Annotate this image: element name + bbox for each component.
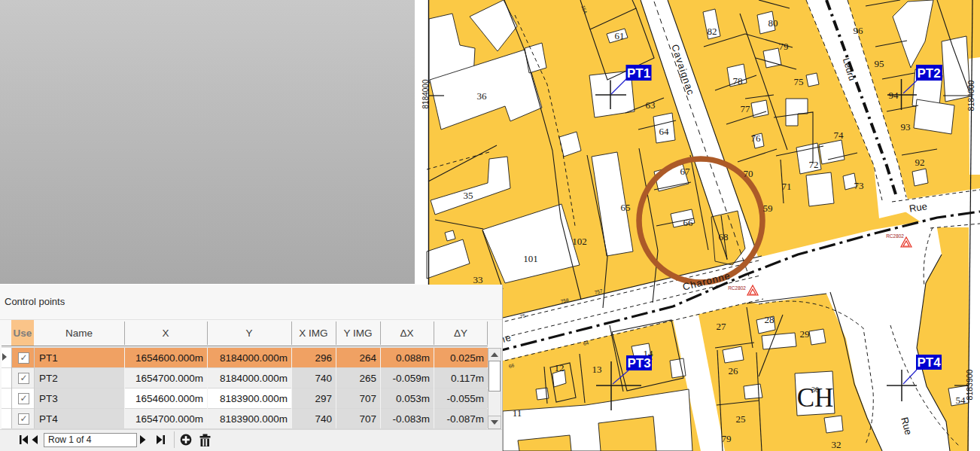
svg-text:102: 102 — [572, 236, 587, 247]
svg-text:63: 63 — [646, 99, 656, 111]
svg-text:66: 66 — [683, 217, 694, 228]
svg-text:11: 11 — [513, 407, 522, 419]
svg-text:59: 59 — [763, 203, 773, 214]
svg-text:33: 33 — [473, 274, 483, 285]
svg-text:PT2: PT2 — [917, 66, 940, 81]
svg-text:75: 75 — [794, 76, 804, 87]
svg-text:CH: CH — [797, 383, 834, 413]
svg-text:95: 95 — [875, 58, 884, 69]
svg-text:80: 80 — [768, 17, 778, 29]
svg-text:25: 25 — [736, 413, 746, 425]
svg-text:68: 68 — [719, 231, 729, 242]
svg-text:70: 70 — [744, 168, 753, 179]
svg-text:8183900: 8183900 — [965, 369, 974, 400]
svg-text:61: 61 — [615, 30, 625, 41]
svg-text:73: 73 — [854, 180, 864, 191]
svg-text:77: 77 — [741, 103, 751, 114]
svg-text:RC2802: RC2802 — [886, 233, 904, 239]
svg-text:92: 92 — [915, 157, 925, 168]
svg-text:27: 27 — [717, 321, 727, 332]
svg-text:96: 96 — [854, 25, 864, 36]
svg-text:8184000: 8184000 — [966, 80, 975, 111]
svg-text:72: 72 — [809, 159, 819, 170]
svg-text:29: 29 — [800, 328, 810, 340]
svg-text:PT1: PT1 — [627, 66, 650, 81]
svg-text:67: 67 — [680, 166, 691, 177]
svg-text:82: 82 — [708, 26, 717, 37]
svg-text:13: 13 — [592, 364, 602, 375]
svg-text:26: 26 — [729, 365, 739, 376]
svg-text:8184000: 8184000 — [422, 79, 430, 108]
svg-text:64: 64 — [659, 126, 670, 137]
svg-text:35: 35 — [464, 190, 473, 201]
svg-text:36: 36 — [477, 90, 488, 102]
svg-text:PT4: PT4 — [917, 355, 941, 370]
svg-text:79: 79 — [779, 41, 789, 52]
svg-text:93: 93 — [901, 121, 911, 133]
svg-text:65: 65 — [621, 202, 631, 213]
svg-text:71: 71 — [782, 181, 792, 192]
svg-text:54: 54 — [956, 395, 966, 406]
svg-text:76: 76 — [751, 133, 762, 144]
svg-text:74: 74 — [834, 130, 845, 141]
svg-text:79: 79 — [722, 433, 732, 444]
svg-text:12: 12 — [555, 362, 565, 373]
svg-text:32: 32 — [832, 439, 842, 450]
svg-text:28: 28 — [765, 314, 775, 325]
svg-text:PT3: PT3 — [627, 356, 650, 370]
svg-text:RC2802: RC2802 — [728, 285, 746, 291]
svg-text:101: 101 — [523, 253, 538, 264]
svg-text:78: 78 — [733, 75, 743, 87]
